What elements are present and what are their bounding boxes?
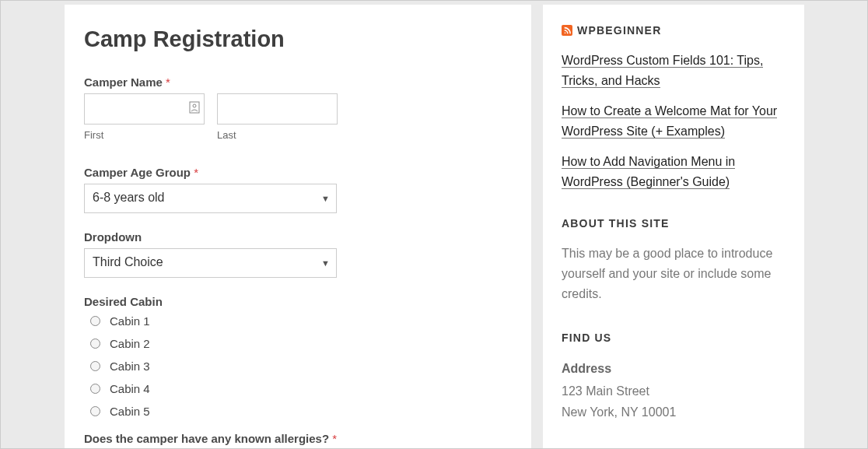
radio-label: Cabin 3 (110, 360, 150, 373)
select-value: Third Choice (85, 249, 336, 275)
field-allergies: Does the camper have any known allergies… (84, 432, 512, 445)
about-widget-title: ABOUT THIS SITE (562, 217, 786, 230)
page-title: Camp Registration (84, 26, 512, 52)
sidebar: WPBEGINNER WordPress Custom Fields 101: … (543, 5, 804, 448)
dropdown-select[interactable]: Third Choice ▼ (84, 248, 337, 278)
radio-icon (90, 361, 100, 371)
first-name-col: First (84, 93, 205, 152)
field-dropdown: Dropdown Third Choice ▼ (84, 230, 512, 278)
name-row: First Last (84, 93, 512, 152)
address-block: Address 123 Main Street New York, NY 100… (562, 358, 786, 423)
required-indicator: * (166, 75, 170, 89)
rss-title-text: WPBEGINNER (577, 24, 661, 37)
widget-about: ABOUT THIS SITE This may be a good place… (562, 217, 786, 305)
address-line1: 123 Main Street (562, 381, 786, 402)
about-text: This may be a good place to introduce yo… (562, 244, 786, 305)
cabin-radio-item[interactable]: Cabin 4 (84, 382, 512, 395)
radio-icon (90, 316, 100, 326)
rss-item: WordPress Custom Fields 101: Tips, Trick… (562, 51, 786, 90)
rss-item: How to Create a Welcome Mat for Your Wor… (562, 101, 786, 141)
radio-label: Cabin 1 (110, 314, 150, 328)
widget-rss: WPBEGINNER WordPress Custom Fields 101: … (562, 24, 786, 192)
age-group-select[interactable]: 6-8 years old ▼ (84, 184, 337, 213)
camper-name-label: Camper Name * (84, 75, 512, 89)
age-group-label: Camper Age Group * (84, 166, 512, 179)
rss-widget-title: WPBEGINNER (562, 24, 786, 37)
chevron-down-icon: ▼ (321, 194, 330, 203)
field-camper-name: Camper Name * First Last (84, 75, 512, 152)
select-value: 6-8 years old (85, 184, 336, 211)
cabin-radio-item[interactable]: Cabin 2 (84, 337, 512, 350)
cabin-radio-item[interactable]: Cabin 5 (84, 405, 512, 418)
radio-icon (90, 406, 100, 416)
address-line2: New York, NY 10001 (562, 402, 786, 423)
cabin-radio-item[interactable]: Cabin 3 (84, 360, 512, 373)
field-age-group: Camper Age Group * 6-8 years old ▼ (84, 166, 512, 213)
chevron-down-icon: ▼ (321, 258, 330, 268)
findus-widget-title: FIND US (562, 331, 786, 344)
first-name-sublabel: First (84, 129, 205, 141)
cabin-radio-item[interactable]: Cabin 1 (84, 314, 512, 328)
address-label: Address (562, 358, 786, 379)
radio-label: Cabin 2 (110, 337, 150, 350)
cabin-radio-list: Cabin 1 Cabin 2 Cabin 3 Cabin 4 Cabin 5 (84, 314, 512, 418)
rss-item: How to Add Navigation Menu in WordPress … (562, 152, 786, 191)
radio-icon (90, 384, 100, 394)
radio-icon (90, 339, 100, 349)
rss-link[interactable]: How to Add Navigation Menu in WordPress … (562, 155, 735, 189)
radio-label: Cabin 4 (110, 382, 150, 395)
label-text: Camper Name (84, 75, 163, 89)
required-indicator: * (332, 432, 337, 445)
rss-icon (562, 25, 572, 36)
last-name-sublabel: Last (217, 129, 338, 141)
rss-link[interactable]: WordPress Custom Fields 101: Tips, Trick… (562, 54, 763, 88)
first-name-input[interactable] (84, 93, 205, 125)
radio-label: Cabin 5 (110, 405, 150, 418)
rss-list: WordPress Custom Fields 101: Tips, Trick… (562, 51, 786, 192)
allergies-label: Does the camper have any known allergies… (84, 432, 512, 445)
dropdown-label: Dropdown (84, 230, 512, 244)
last-name-input[interactable] (217, 93, 338, 125)
required-indicator: * (194, 166, 198, 179)
cabin-label: Desired Cabin (84, 295, 512, 308)
widget-findus: FIND US Address 123 Main Street New York… (562, 331, 786, 423)
main-content: Camp Registration Camper Name * First (65, 5, 531, 448)
page-container: Camp Registration Camper Name * First (0, 0, 868, 449)
last-name-col: Last (217, 93, 338, 152)
label-text: Camper Age Group (84, 166, 191, 179)
field-cabin: Desired Cabin Cabin 1 Cabin 2 Cabin 3 Ca… (84, 295, 512, 418)
rss-link[interactable]: How to Create a Welcome Mat for Your Wor… (562, 104, 777, 139)
label-text: Does the camper have any known allergies… (84, 432, 329, 445)
